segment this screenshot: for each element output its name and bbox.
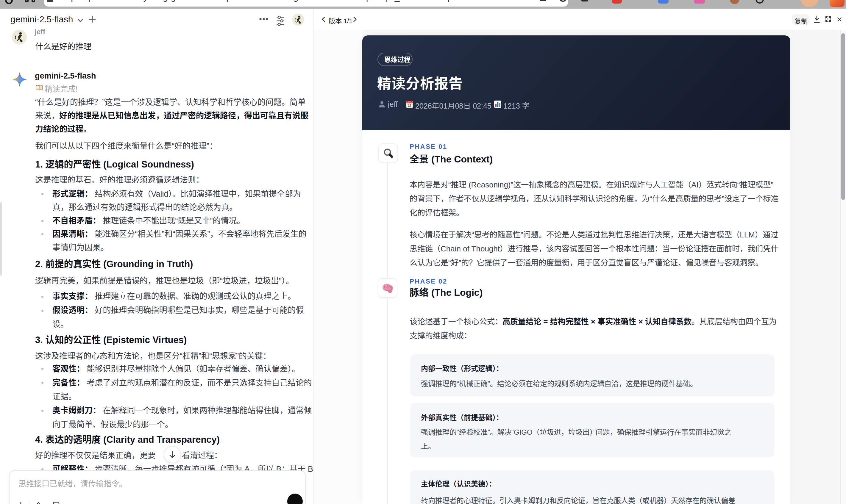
svg-text:17: 17: [408, 104, 411, 107]
